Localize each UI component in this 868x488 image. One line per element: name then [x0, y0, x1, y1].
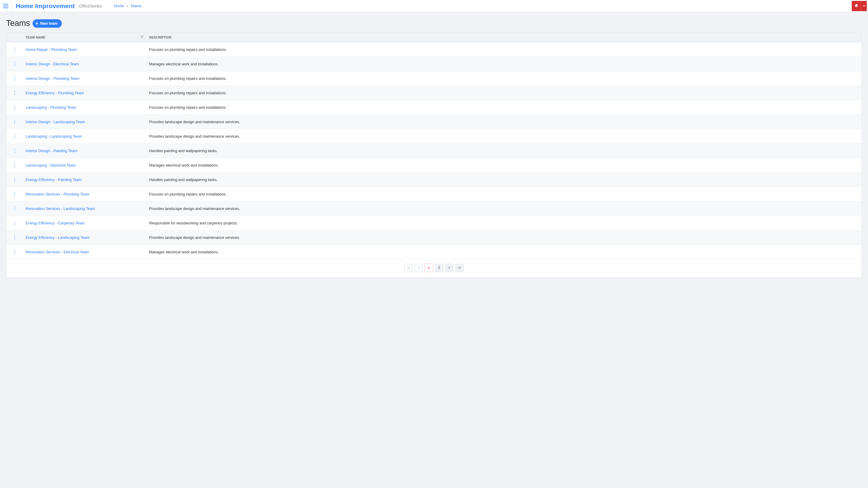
- row-name-cell: Interior Design - Electrical Team: [23, 57, 147, 71]
- brand-title[interactable]: Home Improvement: [16, 2, 75, 10]
- row-description-cell: Focuses on plumbing repairs and installa…: [147, 100, 862, 115]
- row-menu-button[interactable]: ⋮: [10, 234, 19, 241]
- row-actions-cell: ⋮: [6, 201, 23, 216]
- row-menu-button[interactable]: ⋮: [10, 90, 19, 96]
- team-link[interactable]: Interior Design - Landscaping Team: [26, 120, 85, 124]
- row-description-cell: Manages electrical work and installation…: [147, 158, 862, 173]
- row-name-cell: Landscaping - Plumbing Team: [23, 100, 147, 115]
- brand-subtitle: OfficeSeries: [79, 4, 102, 8]
- breadcrumb: Home » Teams: [114, 4, 142, 8]
- row-menu-button[interactable]: ⋮: [10, 61, 19, 67]
- row-actions-cell: ⋮: [6, 216, 23, 230]
- col-description-header[interactable]: Description: [147, 33, 862, 42]
- row-menu-button[interactable]: ⋮: [10, 104, 19, 111]
- new-team-button[interactable]: + New team: [33, 19, 62, 28]
- table-header-row: Team Name Description: [6, 33, 862, 42]
- plus-icon: +: [36, 21, 38, 26]
- row-description-cell: Provides landscape design and maintenanc…: [147, 230, 862, 245]
- row-actions-cell: ⋮: [6, 86, 23, 100]
- notifications-button[interactable]: [852, 1, 861, 11]
- row-actions-cell: ⋮: [6, 100, 23, 115]
- breadcrumb-home[interactable]: Home: [114, 4, 124, 8]
- first-page-icon: [407, 266, 410, 270]
- row-name-cell: Interior Design - Landscaping Team: [23, 115, 147, 129]
- pager-prev: [414, 264, 423, 272]
- row-actions-cell: ⋮: [6, 71, 23, 86]
- hamburger-icon: [3, 4, 8, 8]
- row-name-cell: Energy Efficiency - Landscaping Team: [23, 230, 147, 245]
- table-row: ⋮Landscaping - Plumbing TeamFocuses on p…: [6, 100, 862, 115]
- table-row: ⋮Interior Design - Painting TeamHandles …: [6, 144, 862, 158]
- row-description-cell: Focuses on plumbing repairs and installa…: [147, 71, 862, 86]
- row-menu-button[interactable]: ⋮: [10, 205, 19, 212]
- pager: 1 2: [6, 259, 862, 278]
- row-description-cell: Responsible for woodworking and carpentr…: [147, 216, 862, 230]
- row-name-cell: Energy Efficiency - Painting Team: [23, 173, 147, 187]
- row-menu-button[interactable]: ⋮: [10, 133, 19, 140]
- row-actions-cell: ⋮: [6, 57, 23, 71]
- row-name-cell: Landscaping - Landscaping Team: [23, 129, 147, 144]
- row-name-cell: Renovation Services - Electrical Team: [23, 245, 147, 259]
- col-description-label: Description: [149, 36, 172, 39]
- row-menu-button[interactable]: ⋮: [10, 249, 19, 255]
- table-row: ⋮Landscaping - Landscaping TeamProvides …: [6, 129, 862, 144]
- hamburger-button[interactable]: [0, 0, 11, 12]
- team-link[interactable]: Landscaping - Landscaping Team: [26, 134, 82, 138]
- table-row: ⋮Interior Design - Electrical TeamManage…: [6, 57, 862, 71]
- table-row: ⋮Renovation Services - Plumbing TeamFocu…: [6, 187, 862, 201]
- row-name-cell: Home Repair - Plumbing Team: [23, 42, 147, 57]
- row-description-cell: Handles painting and wallpapering tasks.: [147, 173, 862, 187]
- team-link[interactable]: Renovation Services - Plumbing Team: [26, 192, 90, 196]
- teams-panel: Team Name Description ⋮Home Repair - Plu…: [6, 32, 862, 278]
- row-menu-button[interactable]: ⋮: [10, 191, 19, 198]
- row-actions-cell: ⋮: [6, 187, 23, 201]
- table-row: ⋮Renovation Services - Landscaping TeamP…: [6, 201, 862, 216]
- row-menu-button[interactable]: ⋮: [10, 119, 19, 125]
- row-actions-cell: ⋮: [6, 129, 23, 144]
- pager-page-2[interactable]: 2: [435, 264, 443, 272]
- row-actions-cell: ⋮: [6, 173, 23, 187]
- row-description-cell: Focuses on plumbing repairs and installa…: [147, 187, 862, 201]
- team-link[interactable]: Renovation Services - Electrical Team: [26, 250, 89, 254]
- table-row: ⋮Energy Efficiency - Carpentry TeamRespo…: [6, 216, 862, 230]
- breadcrumb-current[interactable]: Teams: [130, 4, 142, 8]
- row-description-cell: Manages electrical work and installation…: [147, 245, 862, 259]
- row-description-cell: Provides landscape design and maintenanc…: [147, 201, 862, 216]
- team-link[interactable]: Interior Design - Plumbing Team: [26, 76, 79, 81]
- table-row: ⋮Energy Efficiency - Plumbing TeamFocuse…: [6, 86, 862, 100]
- team-link[interactable]: Renovation Services - Landscaping Team: [26, 207, 95, 211]
- row-menu-button[interactable]: ⋮: [10, 46, 19, 53]
- pager-next[interactable]: [445, 264, 454, 272]
- row-name-cell: Interior Design - Plumbing Team: [23, 71, 147, 86]
- team-link[interactable]: Energy Efficiency - Plumbing Team: [26, 91, 84, 95]
- last-page-icon: [458, 266, 461, 270]
- table-row: ⋮Landscaping - Electrical TeamManages el…: [6, 158, 862, 173]
- team-link[interactable]: Energy Efficiency - Carpentry Team: [26, 221, 85, 225]
- row-actions-cell: ⋮: [6, 144, 23, 158]
- row-description-cell: Provides landscape design and maintenanc…: [147, 129, 862, 144]
- team-link[interactable]: Landscaping - Electrical Team: [26, 163, 76, 167]
- col-name-header[interactable]: Team Name: [23, 33, 147, 42]
- row-menu-button[interactable]: ⋮: [10, 176, 19, 183]
- header-dropdown-button[interactable]: [861, 1, 867, 11]
- row-menu-button[interactable]: ⋮: [10, 162, 19, 169]
- row-name-cell: Renovation Services - Landscaping Team: [23, 201, 147, 216]
- table-row: ⋮Energy Efficiency - Landscaping TeamPro…: [6, 230, 862, 245]
- row-actions-cell: ⋮: [6, 115, 23, 129]
- row-actions-cell: ⋮: [6, 158, 23, 173]
- filter-icon[interactable]: [140, 35, 144, 39]
- table-row: ⋮Interior Design - Landscaping TeamProvi…: [6, 115, 862, 129]
- team-link[interactable]: Interior Design - Electrical Team: [26, 62, 79, 66]
- pager-page-1[interactable]: 1: [425, 264, 433, 272]
- row-menu-button[interactable]: ⋮: [10, 147, 19, 154]
- team-link[interactable]: Landscaping - Plumbing Team: [26, 105, 76, 110]
- row-menu-button[interactable]: ⋮: [10, 220, 19, 227]
- pager-last[interactable]: [456, 264, 464, 272]
- row-description-cell: Focuses on plumbing repairs and installa…: [147, 86, 862, 100]
- team-link[interactable]: Energy Efficiency - Landscaping Team: [26, 235, 90, 240]
- row-menu-button[interactable]: ⋮: [10, 75, 19, 82]
- team-link[interactable]: Interior Design - Painting Team: [26, 149, 77, 153]
- row-description-cell: Handles painting and wallpapering tasks.: [147, 144, 862, 158]
- team-link[interactable]: Energy Efficiency - Painting Team: [26, 178, 82, 182]
- team-link[interactable]: Home Repair - Plumbing Team: [26, 47, 77, 52]
